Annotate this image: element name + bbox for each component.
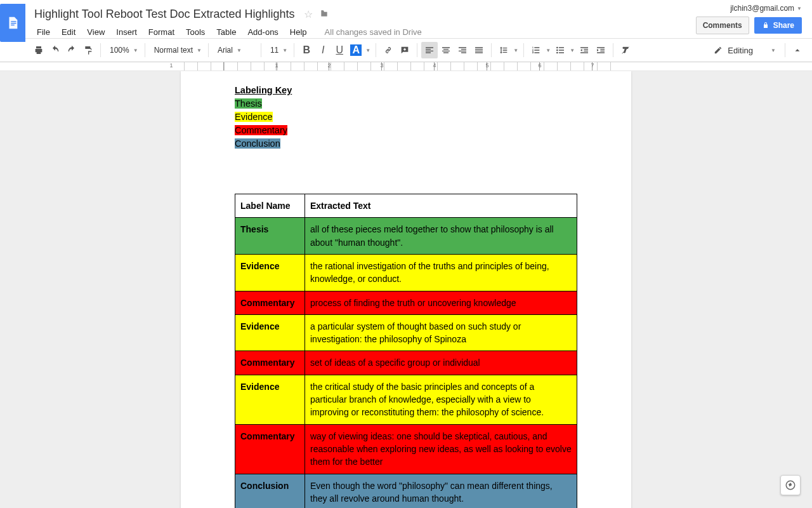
line-spacing-caret[interactable]: ▼	[512, 42, 520, 58]
align-justify-button[interactable]	[471, 42, 487, 58]
menu-table[interactable]: Table	[211, 25, 241, 39]
bulleted-list-button[interactable]	[552, 42, 568, 58]
document-icon	[6, 14, 20, 32]
paragraph-style-select[interactable]: Normal text▼	[149, 42, 204, 58]
ruler-tick: 1	[169, 62, 173, 69]
ruler-tick: 6	[538, 62, 541, 69]
title-area: Highlight Tool Reboot Test Doc Extracted…	[32, 4, 696, 39]
row-label: Evidence	[235, 314, 305, 351]
editing-label: Editing	[728, 46, 753, 55]
caret-down-icon: ▼	[771, 48, 776, 53]
row-text: a particular system of thought based on …	[305, 314, 577, 351]
paint-format-button[interactable]	[80, 42, 96, 58]
row-text: all of these pieces meld together to sho…	[305, 218, 577, 255]
extracted-table: Label Name Extracted Text Thesisall of t…	[235, 194, 577, 508]
svg-point-4	[556, 50, 558, 51]
print-button[interactable]	[30, 42, 47, 58]
insert-comment-button[interactable]	[396, 42, 413, 58]
share-button[interactable]: Share	[754, 17, 802, 34]
table-row: Evidencethe critical study of the basic …	[235, 375, 577, 424]
row-label: Thesis	[235, 218, 305, 255]
account-area: jlchin3@gmail.com ▼ Comments Share	[696, 4, 807, 34]
underline-button[interactable]: U	[331, 42, 348, 58]
menu-tools[interactable]: Tools	[181, 25, 210, 39]
clear-formatting-button[interactable]	[617, 42, 634, 58]
menu-addons[interactable]: Add-ons	[242, 25, 283, 39]
table-row: Commentaryprocess of finding the truth o…	[235, 291, 577, 314]
key-item-commentary: Commentary	[235, 125, 287, 135]
editing-mode-button[interactable]: Editing ▼	[709, 46, 781, 55]
row-label: Commentary	[235, 351, 305, 375]
docs-logo[interactable]	[0, 4, 25, 42]
page[interactable]: Labeling Key ThesisEvidenceCommentaryCon…	[181, 71, 631, 508]
document-title[interactable]: Highlight Tool Reboot Test Doc Extracted…	[32, 6, 298, 22]
explore-button[interactable]	[780, 475, 801, 495]
header: Highlight Tool Reboot Test Doc Extracted…	[0, 0, 812, 38]
menu-file[interactable]: File	[32, 25, 55, 39]
increase-indent-button[interactable]	[593, 42, 609, 58]
ruler-tick: 3	[380, 62, 383, 69]
table-row: Evidencea particular system of thought b…	[235, 314, 577, 351]
row-text: way of viewing ideas: one should be skep…	[305, 424, 577, 474]
zoom-select[interactable]: 100%▼	[105, 42, 141, 58]
labeling-key-heading: Labeling Key	[235, 84, 577, 97]
collapse-toolbar-button[interactable]	[789, 42, 806, 58]
folder-icon[interactable]	[319, 9, 329, 20]
row-text: process of finding the truth or uncoveri…	[305, 291, 577, 314]
align-left-button[interactable]	[421, 42, 438, 58]
decrease-indent-button[interactable]	[576, 42, 593, 58]
ruler[interactable]: 1 1 2 3 4 5 6 7	[0, 62, 812, 71]
table-row: Commentaryset of ideas of a specific gro…	[235, 351, 577, 375]
menu-format[interactable]: Format	[143, 25, 180, 39]
svg-point-3	[556, 47, 558, 49]
ruler-tick: 7	[591, 62, 594, 69]
line-spacing-button[interactable]	[495, 42, 512, 58]
insert-link-button[interactable]	[380, 42, 396, 58]
svg-rect-1	[11, 23, 16, 23]
numbered-list-button[interactable]	[528, 42, 544, 58]
row-label: Commentary	[235, 424, 305, 474]
italic-button[interactable]: I	[315, 42, 331, 58]
table-row: Evidencethe rational investigation of th…	[235, 254, 577, 291]
comments-button[interactable]: Comments	[696, 17, 749, 34]
ruler-tick: 2	[327, 62, 331, 69]
table-header-label: Label Name	[235, 194, 305, 218]
font-select[interactable]: Arial▼	[213, 42, 257, 58]
menu-insert[interactable]: Insert	[111, 25, 142, 39]
table-row: Commentaryway of viewing ideas: one shou…	[235, 424, 577, 474]
align-right-button[interactable]	[454, 42, 471, 58]
document-canvas[interactable]: Labeling Key ThesisEvidenceCommentaryCon…	[0, 71, 812, 508]
table-row: Thesisall of these pieces meld together …	[235, 218, 577, 255]
row-label: Evidence	[235, 254, 305, 291]
menu-edit[interactable]: Edit	[56, 25, 81, 39]
account-menu[interactable]: jlchin3@gmail.com ▼	[730, 4, 802, 13]
font-size-select[interactable]: 11▼	[265, 42, 290, 58]
numbered-list-caret[interactable]: ▼	[544, 42, 552, 58]
svg-rect-2	[11, 25, 15, 25]
key-item-thesis: Thesis	[235, 98, 262, 109]
row-text: the rational investigation of the truths…	[305, 254, 577, 291]
bold-button[interactable]: B	[298, 42, 315, 58]
labeling-key-list: ThesisEvidenceCommentaryConclusion	[235, 97, 577, 150]
save-status: All changes saved in Drive	[325, 27, 422, 37]
row-label: Conclusion	[235, 474, 305, 508]
menu-view[interactable]: View	[82, 25, 110, 39]
text-color-caret[interactable]: ▼	[364, 42, 372, 58]
ruler-tick: 1	[275, 62, 278, 69]
ruler-tick: 4	[433, 62, 436, 69]
bulleted-list-caret[interactable]: ▼	[568, 42, 576, 58]
align-center-button[interactable]	[438, 42, 454, 58]
svg-rect-0	[11, 21, 16, 22]
star-icon[interactable]: ☆	[304, 8, 313, 20]
redo-button[interactable]	[63, 42, 80, 58]
text-color-button[interactable]: A	[348, 42, 364, 58]
menu-bar: File Edit View Insert Format Tools Table…	[32, 25, 696, 39]
table-row: ConclusionEven though the word "philosop…	[235, 474, 577, 508]
key-item-conclusion: Conclusion	[235, 138, 280, 149]
svg-point-5	[556, 52, 558, 54]
ruler-tick: 5	[485, 62, 488, 69]
toolbar: 100%▼ Normal text▼ Arial▼ 11▼ B I U A ▼ …	[0, 38, 812, 62]
undo-button[interactable]	[47, 42, 63, 58]
share-label: Share	[773, 21, 794, 30]
menu-help[interactable]: Help	[285, 25, 312, 39]
